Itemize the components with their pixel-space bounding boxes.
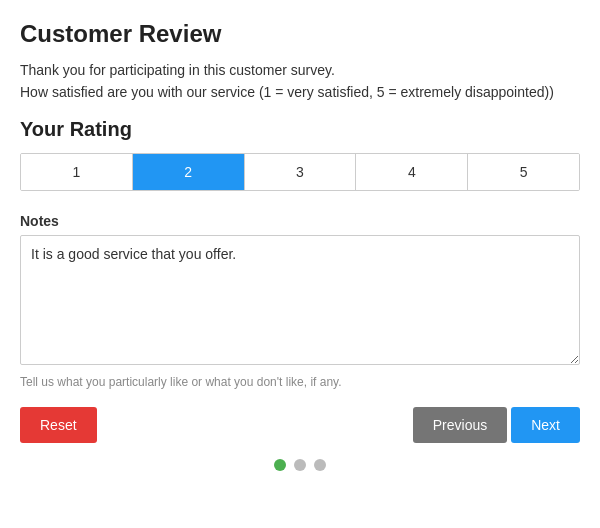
reset-button[interactable]: Reset [20, 407, 97, 443]
previous-button[interactable]: Previous [413, 407, 507, 443]
nav-buttons: Previous Next [413, 407, 580, 443]
subtitle2: How satisfied are you with our service (… [20, 84, 580, 100]
pagination-dot-1 [294, 459, 306, 471]
rating-option-3[interactable]: 3 [245, 154, 357, 190]
pagination-dot-0 [274, 459, 286, 471]
page-title: Customer Review [20, 20, 580, 48]
rating-option-1[interactable]: 1 [21, 154, 133, 190]
rating-section-title: Your Rating [20, 118, 580, 141]
rating-option-4[interactable]: 4 [356, 154, 468, 190]
pagination-dot-2 [314, 459, 326, 471]
pagination-dots [20, 459, 580, 471]
notes-label: Notes [20, 213, 580, 229]
subtitle1: Thank you for participating in this cust… [20, 62, 580, 78]
rating-option-5[interactable]: 5 [468, 154, 579, 190]
next-button[interactable]: Next [511, 407, 580, 443]
footer-row: Reset Previous Next [20, 407, 580, 443]
rating-option-2[interactable]: 2 [133, 154, 245, 190]
rating-selector: 12345 [20, 153, 580, 191]
notes-textarea[interactable] [20, 235, 580, 365]
notes-hint: Tell us what you particularly like or wh… [20, 375, 580, 389]
